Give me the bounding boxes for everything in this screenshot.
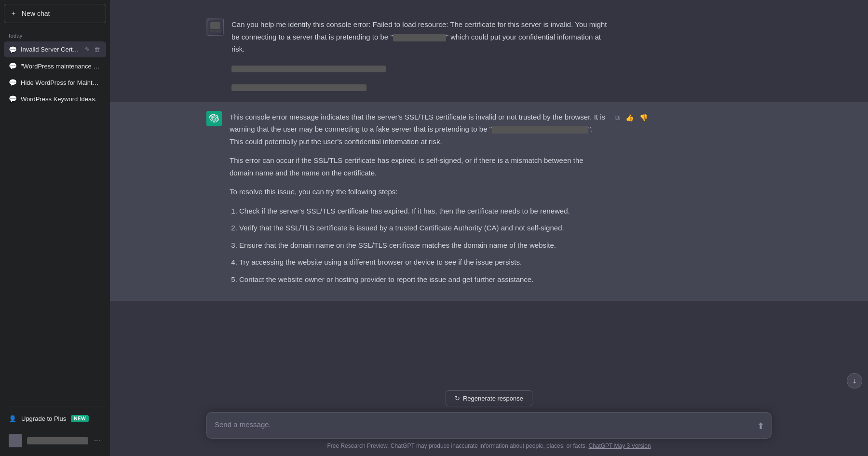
chat-area: Can you help me identify this console er…: [110, 0, 868, 386]
thumbup-button[interactable]: 👍: [624, 113, 635, 122]
copy-message-button[interactable]: ⧉: [613, 113, 621, 122]
svg-rect-2: [210, 30, 214, 32]
new-chat-button[interactable]: ＋ New chat: [4, 4, 106, 23]
bottom-area: ↻ Regenerate response ⬆ Free Research Pr…: [110, 386, 868, 456]
step-4: Try accessing the website using a differ…: [239, 256, 606, 268]
today-label: Today: [4, 31, 106, 41]
avatar: [9, 434, 22, 447]
chat-item-actions-1: ✎ 🗑: [84, 45, 101, 54]
chat-icon-2: 💬: [9, 62, 17, 70]
step-5: Contact the website owner or hosting pro…: [239, 273, 606, 286]
chat-label-1: Invalid Server Certificat: [21, 46, 80, 53]
chatgpt-avatar: [206, 111, 222, 126]
step-3: Ensure that the domain name on the SSL/T…: [239, 239, 606, 252]
user-redacted-line2: [231, 66, 386, 72]
scroll-to-bottom-button[interactable]: ↓: [847, 373, 862, 389]
disclaimer: Free Research Preview. ChatGPT may produ…: [206, 439, 772, 451]
assistant-para2: This error can occur if the SSL/TLS cert…: [230, 154, 606, 179]
new-chat-label: New chat: [22, 10, 50, 17]
person-icon: 👤: [9, 415, 16, 422]
sidebar-bottom: 👤 Upgrade to Plus NEW ████████████████ ·…: [4, 406, 106, 452]
sidebar-item-chat-3[interactable]: 💬 Hide WordPress for Maintenan: [4, 75, 106, 90]
version-link[interactable]: ChatGPT May 3 Version: [588, 443, 651, 449]
chat-label-2: "WordPress maintenance plug: [21, 63, 101, 70]
svg-rect-1: [210, 22, 220, 29]
send-button[interactable]: ⬆: [755, 419, 766, 433]
message-input[interactable]: [207, 413, 771, 437]
sidebar-item-chat-4[interactable]: 💬 WordPress Keyword Ideas.: [4, 91, 106, 107]
regenerate-button[interactable]: ↻ Regenerate response: [446, 390, 532, 406]
regenerate-bar: ↻ Regenerate response: [206, 390, 772, 406]
assistant-message-row: This console error message indicates tha…: [110, 102, 868, 301]
user-name: ████████████████: [27, 437, 88, 444]
sidebar-item-chat-2[interactable]: 💬 "WordPress maintenance plug: [4, 58, 106, 74]
user-message-row: Can you help me identify this console er…: [110, 10, 868, 102]
delete-chat-button-1[interactable]: 🗑: [93, 45, 101, 54]
sidebar: ＋ New chat Today 💬 Invalid Server Certif…: [0, 0, 110, 456]
new-badge: NEW: [71, 415, 89, 422]
thumbdown-button[interactable]: 👎: [638, 113, 649, 122]
user-redacted-line3: [231, 84, 366, 91]
input-area: ⬆: [206, 412, 772, 439]
disclaimer-text: Free Research Preview. ChatGPT may produ…: [327, 443, 587, 449]
user-options-button[interactable]: ···: [93, 436, 101, 445]
step-1: Check if the server's SSL/TLS certificat…: [239, 205, 606, 217]
plus-icon: ＋: [10, 9, 17, 18]
upgrade-button[interactable]: 👤 Upgrade to Plus NEW: [4, 410, 106, 427]
send-icon: ⬆: [757, 421, 764, 431]
assistant-redacted-domain: [492, 126, 588, 134]
sidebar-item-chat-1[interactable]: 💬 Invalid Server Certificat ✎ 🗑: [4, 41, 106, 57]
edit-chat-button-1[interactable]: ✎: [84, 45, 91, 54]
main-area: Can you help me identify this console er…: [110, 0, 868, 456]
regenerate-label: Regenerate response: [463, 395, 523, 402]
assistant-message-content: This console error message indicates tha…: [230, 111, 606, 293]
user-redacted-domain: [393, 34, 446, 41]
regenerate-icon: ↻: [455, 395, 460, 402]
chat-icon-1: 💬: [9, 46, 17, 54]
upgrade-label: Upgrade to Plus: [21, 415, 66, 422]
chat-label-4: WordPress Keyword Ideas.: [21, 95, 101, 103]
chat-icon-3: 💬: [9, 79, 17, 86]
assistant-para3: To resolve this issue, you can try the f…: [230, 186, 606, 198]
user-message-content: Can you help me identify this console er…: [231, 18, 608, 94]
assistant-message-actions: ⧉ 👍 👎: [613, 113, 649, 122]
user-thumb: [206, 18, 224, 36]
chat-icon-4: 💬: [9, 95, 17, 103]
user-info[interactable]: ████████████████ ···: [4, 429, 106, 452]
chat-label-3: Hide WordPress for Maintenan: [21, 79, 101, 86]
step-2: Verify that the SSL/TLS certificate is i…: [239, 222, 606, 234]
assistant-steps-list: Check if the server's SSL/TLS certificat…: [230, 205, 606, 286]
svg-rect-3: [215, 30, 220, 32]
